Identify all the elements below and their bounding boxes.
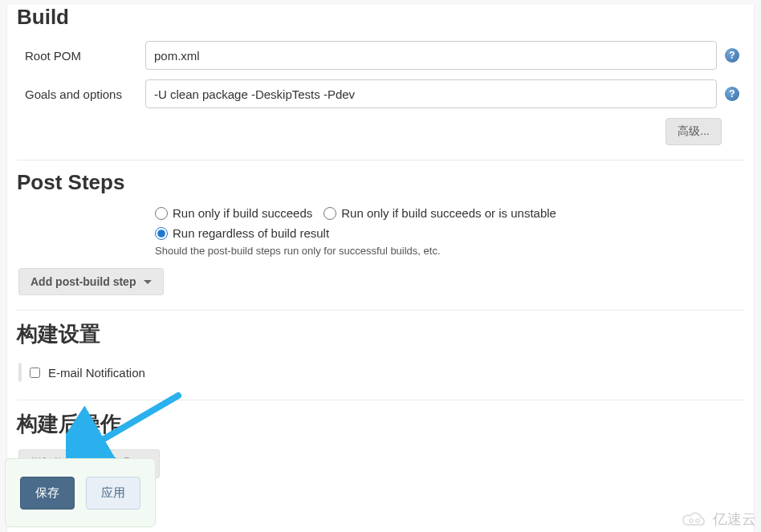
post-steps-title: Post Steps — [17, 170, 744, 195]
build-settings-title: 构建设置 — [17, 320, 744, 348]
save-button[interactable]: 保存 — [20, 477, 75, 510]
add-post-build-step-label: Add post-build step — [31, 275, 136, 288]
post-steps-radio-group: Run only if build succeeds Run only if b… — [155, 206, 744, 240]
chevron-down-icon — [144, 280, 152, 284]
save-bar: 保存 应用 — [5, 458, 156, 527]
root-pom-row: Root POM ? — [17, 41, 744, 70]
radio-run-if-success-input[interactable] — [155, 207, 168, 220]
advanced-button[interactable]: 高级... — [665, 118, 722, 145]
help-icon[interactable]: ? — [725, 48, 739, 63]
radio-run-regardless-input[interactable] — [155, 227, 168, 240]
svg-point-2 — [696, 519, 699, 522]
apply-button[interactable]: 应用 — [86, 477, 140, 510]
root-pom-input[interactable] — [145, 41, 717, 70]
watermark-text: 亿速云 — [713, 510, 756, 529]
email-notification-checkbox[interactable] — [30, 368, 40, 378]
goals-label: Goals and options — [17, 87, 145, 101]
radio-run-if-success-label: Run only if build succeeds — [173, 206, 312, 220]
radio-run-regardless-label: Run regardless of build result — [173, 226, 329, 240]
help-icon[interactable]: ? — [725, 87, 739, 101]
radio-run-if-unstable[interactable]: Run only if build succeeds or is unstabl… — [324, 206, 556, 220]
add-post-build-step-button[interactable]: Add post-build step — [18, 268, 164, 295]
post-build-actions-title: 构建后操作 — [17, 410, 744, 438]
build-section-title: Build — [17, 5, 744, 30]
root-pom-label: Root POM — [17, 49, 145, 63]
drag-handle-icon — [18, 363, 22, 382]
goals-input[interactable] — [145, 79, 717, 108]
cloud-icon — [681, 510, 708, 528]
watermark: 亿速云 — [681, 510, 756, 529]
goals-row: Goals and options ? — [17, 79, 744, 108]
radio-run-if-unstable-label: Run only if build succeeds or is unstabl… — [341, 206, 556, 220]
svg-point-1 — [690, 519, 693, 522]
email-notification-label: E-mail Notification — [48, 366, 145, 380]
radio-run-if-success[interactable]: Run only if build succeeds — [155, 206, 312, 220]
post-steps-hint: Should the post-build steps run only for… — [155, 245, 744, 257]
email-notification-row[interactable]: E-mail Notification — [17, 359, 744, 385]
radio-run-if-unstable-input[interactable] — [324, 207, 336, 220]
radio-run-regardless[interactable]: Run regardless of build result — [155, 226, 329, 240]
